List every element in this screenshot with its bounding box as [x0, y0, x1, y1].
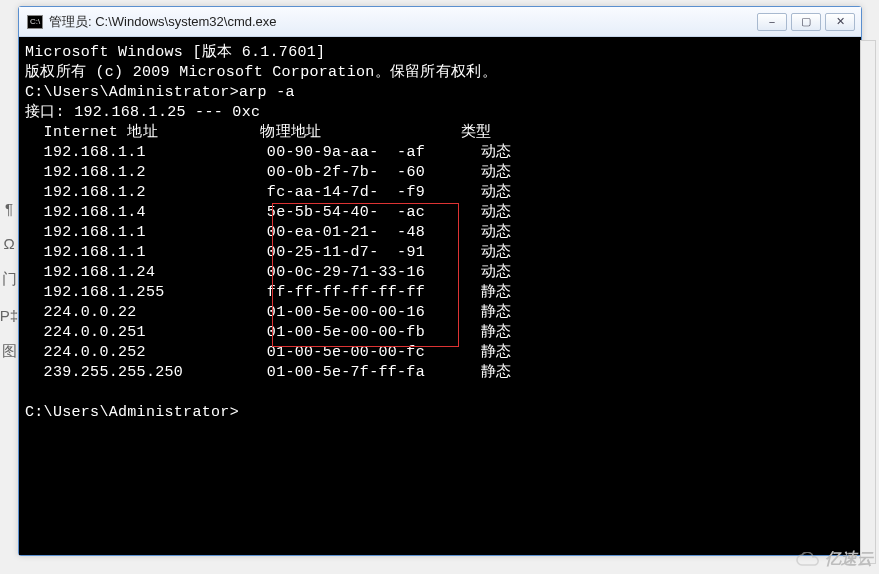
arp-row: 192.168.1.24 00-0c-29-71-33-16 动态	[25, 263, 855, 283]
banner-line: Microsoft Windows [版本 6.1.7601]	[25, 43, 855, 63]
arp-row: 192.168.1.1 00-ea-01-21- -48 动态	[25, 223, 855, 243]
close-button[interactable]: ✕	[825, 13, 855, 31]
prompt-arp-command: C:\Users\Administrator>arp -a	[25, 83, 855, 103]
minimize-button[interactable]: −	[757, 13, 787, 31]
arp-row: 224.0.0.251 01-00-5e-00-00-fb 静态	[25, 323, 855, 343]
window-title: 管理员: C:\Windows\system32\cmd.exe	[49, 13, 277, 31]
cmd-icon: C:\	[27, 15, 43, 29]
maximize-button[interactable]: ▢	[791, 13, 821, 31]
omega-icon: Ω	[3, 235, 14, 252]
arp-row: 192.168.1.2 fc-aa-14-7d- -f9 动态	[25, 183, 855, 203]
arp-row: 224.0.0.252 01-00-5e-00-00-fc 静态	[25, 343, 855, 363]
pilcrow-icon: ¶	[5, 200, 13, 217]
p-icon: P‡	[0, 307, 18, 324]
arp-row: 192.168.1.255 ff-ff-ff-ff-ff-ff 静态	[25, 283, 855, 303]
cloud-icon	[795, 552, 821, 568]
arp-row: 239.255.255.250 01-00-5e-7f-ff-fa 静态	[25, 363, 855, 383]
console-output[interactable]: Microsoft Windows [版本 6.1.7601] 版权所有 (c)…	[19, 37, 861, 555]
cmd-window: C:\ 管理员: C:\Windows\system32\cmd.exe − ▢…	[18, 6, 862, 556]
image-icon: 图	[2, 342, 17, 361]
host-scrollbar[interactable]	[860, 40, 876, 564]
titlebar[interactable]: C:\ 管理员: C:\Windows\system32\cmd.exe − ▢…	[19, 7, 861, 37]
arp-row: 192.168.1.4 5e-5b-54-40- -ac 动态	[25, 203, 855, 223]
copyright-line: 版权所有 (c) 2009 Microsoft Corporation。保留所有…	[25, 63, 855, 83]
arp-row: 192.168.1.1 00-90-9a-aa- -af 动态	[25, 143, 855, 163]
arp-header: Internet 地址 物理地址 类型	[25, 123, 855, 143]
interface-line: 接口: 192.168.1.25 --- 0xc	[25, 103, 855, 123]
watermark: 亿速云	[795, 549, 873, 570]
prompt-idle: C:\Users\Administrator>	[25, 403, 855, 423]
door-icon: 门	[2, 270, 17, 289]
blank	[25, 383, 855, 403]
arp-row: 224.0.0.22 01-00-5e-00-00-16 静态	[25, 303, 855, 323]
arp-row: 192.168.1.1 00-25-11-d7- -91 动态	[25, 243, 855, 263]
arp-row: 192.168.1.2 00-0b-2f-7b- -60 动态	[25, 163, 855, 183]
host-page-toolbar: ¶ Ω 门 P‡ 图	[0, 60, 18, 361]
